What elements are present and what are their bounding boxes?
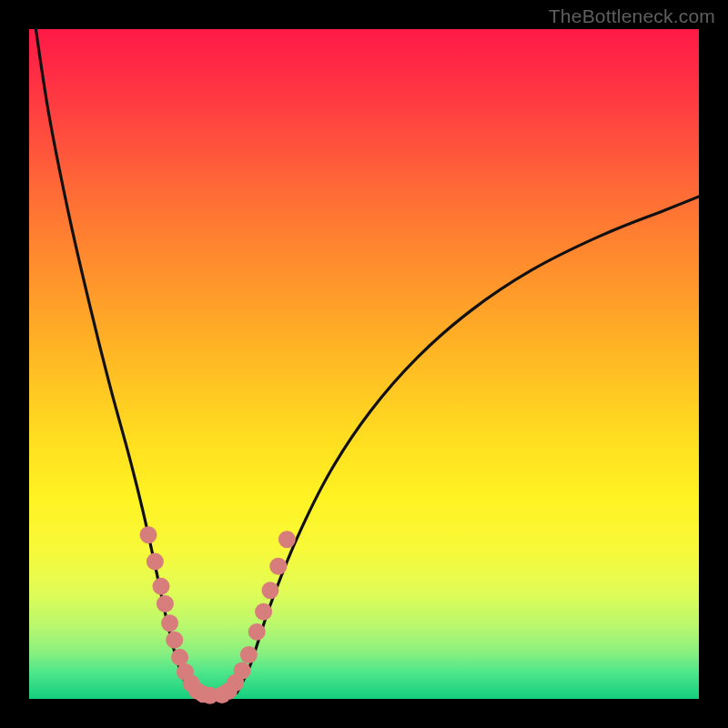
- plot-area: [29, 29, 699, 699]
- marker-dot: [166, 632, 183, 649]
- marker-dot: [261, 581, 278, 599]
- chart-stage: TheBottleneck.com: [0, 0, 728, 728]
- marker-dot: [161, 614, 178, 632]
- watermark-text: TheBottleneck.com: [549, 5, 715, 27]
- marker-dot: [269, 558, 287, 575]
- curve-left-branch: [35, 29, 197, 697]
- marker-dot: [152, 578, 169, 595]
- marker-dot: [157, 595, 174, 612]
- curve-right-branch: [237, 197, 699, 693]
- marker-dot: [171, 649, 188, 666]
- marker-dot: [234, 662, 251, 680]
- marker-dot: [140, 526, 157, 543]
- marker-dot: [147, 553, 164, 571]
- curve-layer: [29, 29, 699, 699]
- marker-dot: [240, 646, 258, 663]
- marker-dot: [278, 531, 296, 548]
- marker-dot: [248, 623, 266, 641]
- marker-dot: [255, 603, 272, 621]
- marker-dots: [140, 526, 296, 704]
